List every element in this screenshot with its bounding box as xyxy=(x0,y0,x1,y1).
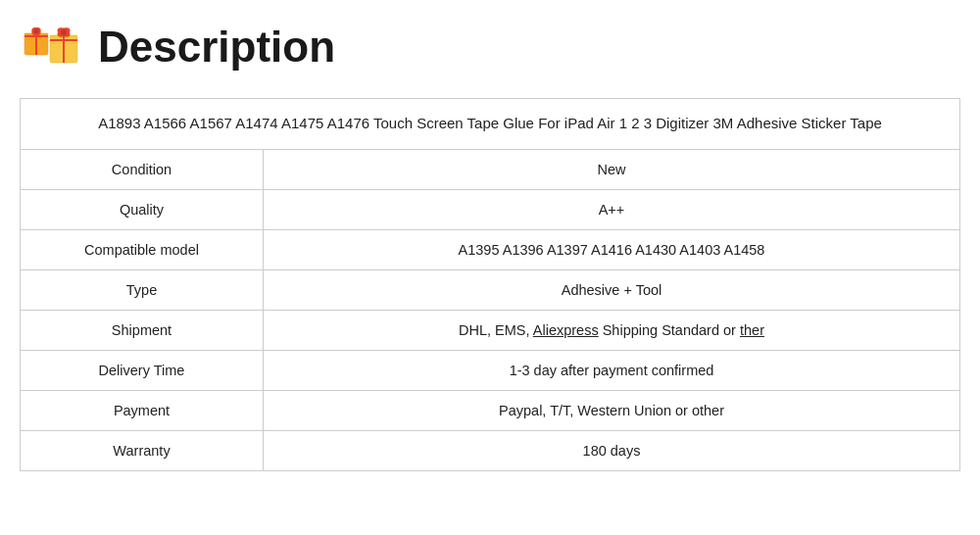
row-value: Paypal, T/T, Western Union or other xyxy=(264,390,960,430)
row-value: New xyxy=(264,149,960,189)
row-value: A++ xyxy=(264,189,960,229)
row-value: 1-3 day after payment confirmed xyxy=(264,350,960,390)
product-title-cell: A1893 A1566 A1567 A1474 A1475 A1476 Touc… xyxy=(21,99,960,150)
description-icon xyxy=(20,18,88,76)
row-value: Adhesive + Tool xyxy=(264,269,960,310)
svg-point-11 xyxy=(61,29,67,35)
svg-point-4 xyxy=(34,29,39,34)
table-row: Compatible modelA1395 A1396 A1397 A1416 … xyxy=(21,229,960,269)
table-row: Delivery Time1-3 day after payment confi… xyxy=(21,350,960,390)
row-value: 180 days xyxy=(264,430,960,470)
ther-link[interactable]: ther xyxy=(740,322,764,338)
page-header: Description xyxy=(20,10,960,84)
svg-rect-13 xyxy=(50,39,77,41)
row-value: DHL, EMS, Aliexpress Shipping Standard o… xyxy=(264,310,960,350)
row-label: Delivery Time xyxy=(21,350,264,390)
row-label: Quality xyxy=(21,189,264,229)
table-row: PaymentPaypal, T/T, Western Union or oth… xyxy=(21,390,960,430)
product-info-table: A1893 A1566 A1567 A1474 A1475 A1476 Touc… xyxy=(20,98,960,471)
table-row: Warranty180 days xyxy=(21,430,960,470)
row-label: Warranty xyxy=(21,430,264,470)
row-value: A1395 A1396 A1397 A1416 A1430 A1403 A145… xyxy=(264,229,960,269)
row-label: Payment xyxy=(21,390,264,430)
table-row: QualityA++ xyxy=(21,189,960,229)
svg-rect-6 xyxy=(24,35,48,37)
row-label: Condition xyxy=(21,149,264,189)
table-row: TypeAdhesive + Tool xyxy=(21,269,960,310)
row-label: Shipment xyxy=(21,310,264,350)
table-row: ShipmentDHL, EMS, Aliexpress Shipping St… xyxy=(21,310,960,350)
aliexpress-link[interactable]: Aliexpress xyxy=(533,322,599,338)
row-label: Type xyxy=(21,269,264,310)
page-title: Description xyxy=(98,23,335,72)
table-row: ConditionNew xyxy=(21,149,960,189)
row-label: Compatible model xyxy=(21,229,264,269)
product-title-row: A1893 A1566 A1567 A1474 A1475 A1476 Touc… xyxy=(21,99,960,150)
